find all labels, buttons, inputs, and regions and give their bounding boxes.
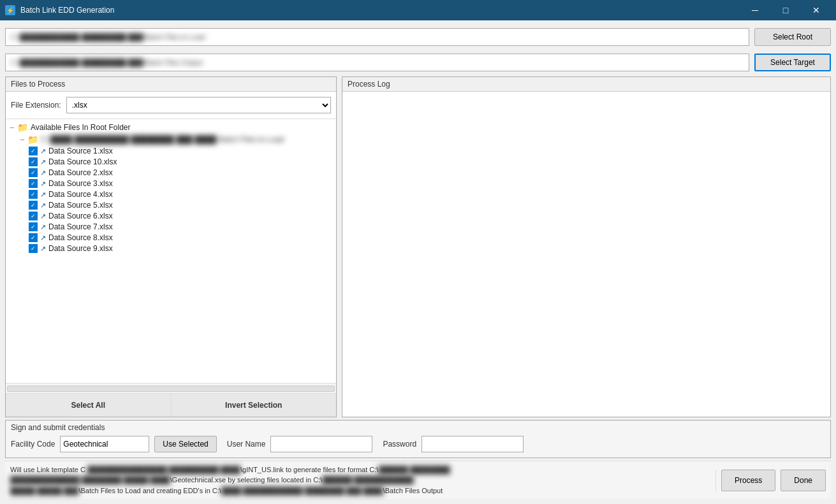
status-text: Will use Link template C ███████████████…: [10, 464, 710, 496]
select-target-button[interactable]: Select Target: [754, 54, 831, 71]
title-bar-controls: ─ □ ✕: [740, 0, 831, 20]
file-link-icon-3: ↗: [40, 169, 46, 177]
tree-file-label-1: Data Source 1.xlsx: [48, 147, 113, 155]
tree-scrollbar[interactable]: [6, 383, 336, 393]
title-bar-left: ⚡ Batch Link EDD Generation: [5, 5, 114, 15]
password-label: Password: [383, 440, 416, 449]
process-log-title: Process Log: [342, 77, 830, 92]
tree-file-label-7: Data Source 6.xlsx: [48, 212, 113, 220]
checkbox-5[interactable]: ✓: [29, 190, 38, 199]
tree-file-item-7[interactable]: ✓ ↗ Data Source 6.xlsx: [29, 211, 334, 221]
file-link-icon-2: ↗: [40, 158, 46, 166]
close-button[interactable]: ✕: [802, 0, 831, 20]
file-link-icon-10: ↗: [40, 245, 46, 253]
file-link-icon-1: ↗: [40, 147, 46, 155]
file-link-icon-6: ↗: [40, 201, 46, 210]
root-path-display: C:\████████████ █████████ ███\Batch File…: [5, 28, 749, 46]
file-extension-select[interactable]: .xlsx .xls .csv: [66, 97, 331, 113]
tree-file-item-4[interactable]: ✓ ↗ Data Source 3.xlsx: [29, 178, 334, 189]
select-all-button[interactable]: Select All: [6, 394, 172, 417]
output-path-display: C:\████████████ █████████ ███\Batch File…: [5, 54, 749, 71]
tree-root-node[interactable]: ─ 📁 Available Files In Root Folder: [8, 122, 334, 133]
process-panel: Process Log: [342, 76, 831, 417]
password-input[interactable]: [422, 436, 524, 452]
file-tree-container[interactable]: ─ 📁 Available Files In Root Folder ─ 📁 C…: [6, 119, 336, 383]
status-bar: Will use Link template C ███████████████…: [5, 461, 831, 499]
tree-file-item-2[interactable]: ✓ ↗ Data Source 10.xlsx: [29, 157, 334, 167]
checkbox-6[interactable]: ✓: [29, 201, 38, 210]
process-button[interactable]: Process: [721, 470, 775, 491]
checkbox-10[interactable]: ✓: [29, 244, 38, 253]
tree-root-label: Available Files In Root Folder: [31, 123, 131, 132]
tree-bottom-buttons: Select All Invert Selection: [6, 393, 336, 417]
tree-file-label-4: Data Source 3.xlsx: [48, 179, 113, 188]
credentials-section: Sign and submit credentials Facility Cod…: [5, 420, 831, 458]
invert-selection-button[interactable]: Invert Selection: [172, 394, 337, 417]
file-link-icon-4: ↗: [40, 180, 46, 188]
checkbox-3[interactable]: ✓: [29, 168, 38, 177]
credentials-title: Sign and submit credentials: [11, 423, 825, 432]
tree-file-label-3: Data Source 2.xlsx: [48, 168, 113, 177]
tree-file-label-2: Data Source 10.xlsx: [48, 157, 117, 166]
folder-icon-batch: 📁: [27, 134, 38, 145]
middle-section: Files to Process File Extension: .xlsx .…: [5, 76, 831, 417]
facility-input[interactable]: [60, 436, 149, 452]
file-extension-row: File Extension: .xlsx .xls .csv: [6, 92, 336, 119]
file-link-icon-5: ↗: [40, 191, 46, 199]
username-input[interactable]: [270, 436, 372, 452]
app-icon: ⚡: [5, 5, 15, 15]
files-panel: Files to Process File Extension: .xlsx .…: [5, 76, 337, 417]
tree-file-label-10: Data Source 9.xlsx: [48, 244, 113, 253]
process-log-area: [342, 92, 830, 417]
window-title: Batch Link EDD Generation: [20, 6, 114, 15]
username-label: User Name: [227, 440, 266, 449]
title-bar: ⚡ Batch Link EDD Generation ─ □ ✕: [0, 0, 836, 20]
done-button[interactable]: Done: [781, 470, 826, 491]
file-link-icon-7: ↗: [40, 212, 46, 220]
tree-folder-node[interactable]: ─ 📁 C:\████ ██████████ ████████ ███ ████…: [18, 134, 334, 145]
tree-file-label-6: Data Source 5.xlsx: [48, 201, 113, 210]
path-row-root: C:\████████████ █████████ ███\Batch File…: [5, 25, 831, 48]
tree-file-item-1[interactable]: ✓ ↗ Data Source 1.xlsx: [29, 146, 334, 156]
process-log-title-text: Process Log: [348, 80, 390, 89]
tree-file-item-6[interactable]: ✓ ↗ Data Source 5.xlsx: [29, 200, 334, 210]
tree-file-label-5: Data Source 4.xlsx: [48, 190, 113, 199]
file-link-icon-9: ↗: [40, 234, 46, 242]
status-actions: Process Done: [715, 470, 826, 491]
file-extension-label: File Extension:: [11, 101, 61, 110]
checkbox-9[interactable]: ✓: [29, 233, 38, 242]
facility-label: Facility Code: [11, 440, 55, 449]
files-panel-title: Files to Process: [6, 77, 336, 92]
tree-file-label-9: Data Source 8.xlsx: [48, 233, 113, 242]
status-line-3: █████ █████ ███\Batch Files to Load and …: [10, 486, 710, 496]
file-link-icon-8: ↗: [40, 223, 46, 231]
files-panel-title-text: Files to Process: [11, 80, 65, 89]
output-path-text: C:\████████████ █████████ ███\Batch File…: [11, 59, 203, 66]
status-line-1: Will use Link template C ███████████████…: [10, 464, 710, 475]
use-selected-button[interactable]: Use Selected: [154, 436, 216, 452]
tree-folder-label: C:\████ ██████████ ████████ ███ ████ Bat…: [41, 135, 284, 144]
tree-file-item-10[interactable]: ✓ ↗ Data Source 9.xlsx: [29, 243, 334, 254]
root-path-text: C:\████████████ █████████ ███\Batch File…: [11, 33, 205, 41]
main-content: C:\████████████ █████████ ███\Batch File…: [0, 20, 836, 504]
expand-icon-folder: ─: [18, 136, 26, 143]
tree-file-item-8[interactable]: ✓ ↗ Data Source 7.xlsx: [29, 222, 334, 232]
status-line-2: ██████████████ ████████ █████ ████\Geote…: [10, 475, 710, 486]
file-tree-root: ─ 📁 Available Files In Root Folder ─ 📁 C…: [8, 122, 334, 254]
tree-file-item-3[interactable]: ✓ ↗ Data Source 2.xlsx: [29, 168, 334, 178]
maximize-button[interactable]: □: [771, 0, 800, 20]
path-row-output: C:\████████████ █████████ ███\Batch File…: [5, 51, 831, 74]
checkbox-4[interactable]: ✓: [29, 179, 38, 188]
tree-file-item-9[interactable]: ✓ ↗ Data Source 8.xlsx: [29, 233, 334, 243]
checkbox-8[interactable]: ✓: [29, 222, 38, 231]
tree-file-label-8: Data Source 7.xlsx: [48, 222, 113, 231]
folder-icon-root: 📁: [17, 122, 28, 133]
credentials-row: Facility Code Use Selected User Name Pas…: [11, 436, 825, 452]
minimize-button[interactable]: ─: [740, 0, 770, 20]
tree-file-item-5[interactable]: ✓ ↗ Data Source 4.xlsx: [29, 189, 334, 199]
select-root-button[interactable]: Select Root: [754, 28, 831, 46]
checkbox-2[interactable]: ✓: [29, 157, 38, 166]
checkbox-7[interactable]: ✓: [29, 212, 38, 220]
expand-icon-root: ─: [8, 124, 16, 131]
checkbox-1[interactable]: ✓: [29, 147, 38, 155]
